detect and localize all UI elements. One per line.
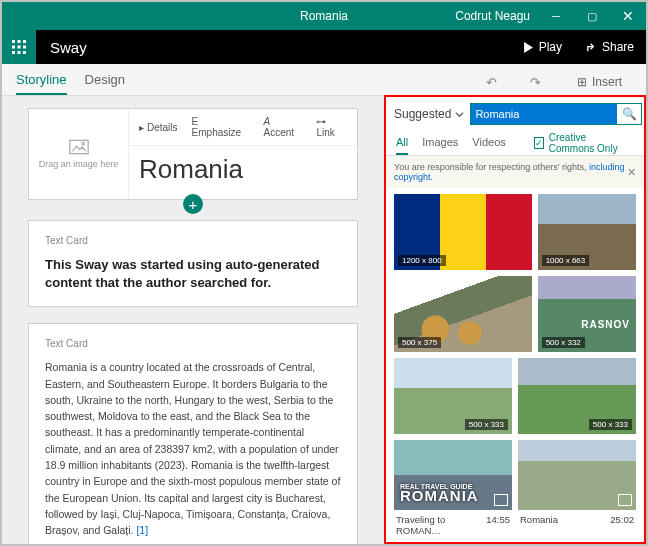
tab-storyline[interactable]: Storyline bbox=[16, 72, 67, 95]
svg-point-10 bbox=[81, 142, 84, 145]
redo-button[interactable]: ↷ bbox=[523, 69, 549, 95]
video-icon bbox=[618, 494, 632, 506]
cc-only-toggle[interactable]: ✓ Creative Commons Only bbox=[534, 132, 634, 154]
filter-images[interactable]: Images bbox=[422, 131, 458, 155]
image-placeholder-icon bbox=[69, 139, 89, 155]
app-bar: Sway Play Share bbox=[2, 30, 646, 64]
video-result[interactable]: REAL TRAVEL GUIDEROMANIA Traveling to RO… bbox=[394, 440, 512, 540]
search-input[interactable] bbox=[471, 104, 617, 124]
insert-button[interactable]: ⊞ Insert bbox=[567, 69, 632, 95]
image-result[interactable]: 1000 x 663 bbox=[538, 194, 636, 270]
window-titlebar: Romania Codrut Neagu ─ ▢ ✕ bbox=[2, 2, 646, 30]
filter-all[interactable]: All bbox=[396, 131, 408, 155]
svg-rect-3 bbox=[12, 46, 15, 49]
copyright-disclaimer: You are responsible for respecting other… bbox=[386, 156, 644, 188]
app-brand: Sway bbox=[50, 39, 87, 56]
svg-rect-8 bbox=[23, 51, 26, 54]
svg-rect-0 bbox=[12, 40, 15, 43]
search-icon[interactable]: 🔍 bbox=[617, 104, 641, 124]
source-dropdown[interactable]: Suggested bbox=[394, 107, 464, 121]
user-name[interactable]: Codrut Neagu bbox=[455, 9, 530, 23]
video-icon bbox=[494, 494, 508, 506]
citation-link[interactable]: [1] bbox=[136, 524, 148, 536]
add-card-button[interactable]: + bbox=[183, 194, 203, 214]
video-result[interactable]: Romania25:02 bbox=[518, 440, 636, 540]
card-label: Text Card bbox=[45, 338, 341, 349]
link-button[interactable]: ⊶ Link bbox=[316, 116, 347, 138]
tab-design[interactable]: Design bbox=[85, 72, 125, 95]
svg-rect-9 bbox=[69, 140, 87, 153]
suggested-panel: Suggested 🔍 ✕ All Images Videos ✓ Creati… bbox=[384, 95, 646, 544]
svg-rect-4 bbox=[18, 46, 21, 49]
share-button[interactable]: Share bbox=[574, 30, 646, 64]
svg-rect-2 bbox=[23, 40, 26, 43]
text-card-1[interactable]: Text Card This Sway was started using au… bbox=[28, 220, 358, 307]
window-title: Romania bbox=[300, 9, 348, 23]
svg-rect-5 bbox=[23, 46, 26, 49]
minimize-button[interactable]: ─ bbox=[538, 2, 574, 30]
insert-icon: ⊞ bbox=[577, 75, 587, 89]
undo-button[interactable]: ↶ bbox=[479, 69, 505, 95]
tab-bar: Storyline Design ↶ ↷ ⊞ Insert bbox=[2, 64, 646, 96]
chevron-down-icon bbox=[455, 110, 464, 119]
heading-card[interactable]: Drag an image here ▸ Details E Emphasize… bbox=[28, 108, 358, 200]
storyline-pane: Drag an image here ▸ Details E Emphasize… bbox=[2, 96, 384, 544]
details-toggle[interactable]: ▸ Details bbox=[139, 122, 178, 133]
heading-toolbar: ▸ Details E Emphasize A Accent ⊶ Link bbox=[129, 109, 357, 146]
heading-image-drop[interactable]: Drag an image here bbox=[29, 109, 129, 199]
search-box[interactable]: 🔍 bbox=[470, 103, 642, 125]
svg-rect-7 bbox=[18, 51, 21, 54]
image-result[interactable]: 500 x 375 bbox=[394, 276, 532, 352]
play-icon bbox=[523, 42, 534, 53]
maximize-button[interactable]: ▢ bbox=[574, 2, 610, 30]
image-result[interactable]: 500 x 333 bbox=[394, 358, 512, 434]
filter-videos[interactable]: Videos bbox=[472, 131, 505, 155]
svg-rect-1 bbox=[18, 40, 21, 43]
card-text[interactable]: This Sway was started using auto-generat… bbox=[45, 256, 341, 292]
emphasize-button[interactable]: E Emphasize bbox=[192, 116, 250, 138]
image-result[interactable]: 500 x 333 bbox=[518, 358, 636, 434]
text-card-2[interactable]: Text Card Romania is a country located a… bbox=[28, 323, 358, 544]
dismiss-disclaimer[interactable]: ✕ bbox=[627, 166, 636, 179]
image-result[interactable]: 1200 x 800 bbox=[394, 194, 532, 270]
accent-button[interactable]: A Accent bbox=[264, 116, 303, 138]
close-button[interactable]: ✕ bbox=[610, 2, 646, 30]
card-label: Text Card bbox=[45, 235, 341, 246]
play-button[interactable]: Play bbox=[511, 30, 574, 64]
image-result[interactable]: 500 x 332 bbox=[538, 276, 636, 352]
app-launcher-icon[interactable] bbox=[2, 30, 36, 64]
checkbox-icon: ✓ bbox=[534, 137, 544, 149]
heading-title[interactable]: Romania bbox=[129, 146, 357, 199]
svg-rect-6 bbox=[12, 51, 15, 54]
share-icon bbox=[586, 42, 597, 53]
results-grid: 1200 x 800 1000 x 663 500 x 375 500 x 33… bbox=[386, 188, 644, 542]
card-text[interactable]: Romania is a country located at the cros… bbox=[45, 359, 341, 538]
